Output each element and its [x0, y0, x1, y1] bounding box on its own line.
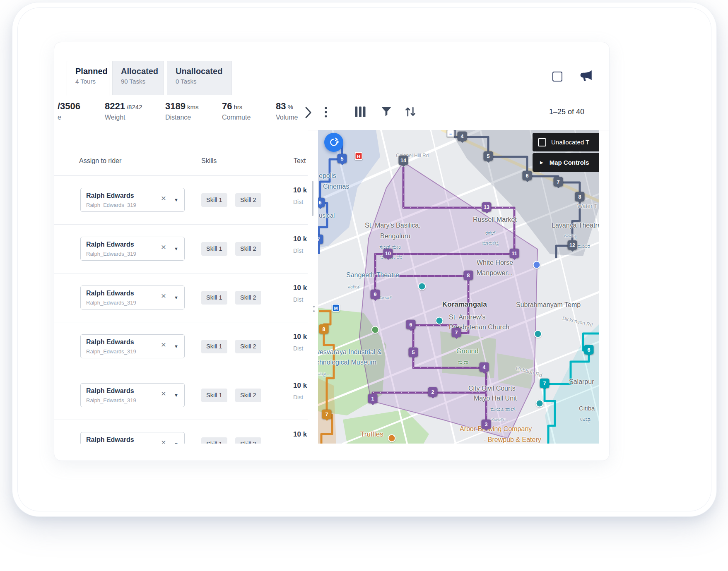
map-poi [388, 434, 396, 442]
map-place-label: ಸಿಟಿಬ್ಯಾ [580, 416, 591, 422]
clear-rider-icon[interactable]: × [161, 242, 166, 251]
skill-chip: Skill 2 [235, 193, 261, 207]
map-marker-purple-8[interactable]: 8 [464, 271, 473, 280]
map-marker-purple-5[interactable]: 5 [409, 348, 418, 357]
unallocated-tasks-label: Unallocated T [551, 139, 589, 146]
stat-label: e [58, 114, 80, 121]
map[interactable]: Colonel Hill RdAM RoadepolisCinemasusica… [318, 130, 599, 444]
dropdown-caret-icon[interactable]: ▼ [174, 393, 178, 398]
rider-select[interactable]: Ralph EdwardsRalph_Edwards_319×▼ [80, 188, 185, 212]
map-marker-blue-6[interactable]: 6 [318, 198, 325, 207]
map-marker-slate-4[interactable]: 4 [458, 132, 467, 141]
dropdown-caret-icon[interactable]: ▼ [174, 246, 178, 251]
map-marker-slate-12[interactable]: 12 [568, 240, 577, 250]
map-marker-slate-7[interactable]: 7 [554, 177, 563, 187]
row-metric-value: 10 k [293, 284, 307, 292]
map-poi [534, 330, 542, 338]
dropdown-caret-icon[interactable]: ▼ [174, 344, 178, 349]
map-poi [536, 400, 544, 408]
map-marker-blue-7[interactable]: 7 [318, 235, 323, 244]
map-marker-purple-13[interactable]: 13 [482, 202, 492, 212]
skill-chip: Skill 1 [201, 437, 227, 444]
map-control-map-controls[interactable]: ▶ Map Controls [533, 153, 599, 172]
announcement-icon[interactable] [579, 68, 593, 82]
map-place-label: Salarpur [569, 378, 594, 386]
columns-icon[interactable] [354, 106, 366, 118]
dropdown-caret-icon[interactable]: ▼ [174, 441, 178, 444]
rider-select[interactable]: Ralph EdwardsRalph_Edwards_319×▼ [80, 286, 185, 309]
map-control-unallocated-tasks[interactable]: Unallocated T [533, 133, 599, 151]
map-marker-purple-6[interactable]: 6 [406, 320, 416, 329]
skill-chip: Skill 2 [235, 389, 261, 402]
skill-chip: Skill 1 [201, 389, 227, 402]
row-metric-label: Dist [293, 345, 307, 352]
tab-planned[interactable]: Planned4 Tours [67, 61, 109, 96]
map-marker-slate-6[interactable]: 6 [523, 171, 532, 180]
replan-button[interactable] [324, 133, 343, 152]
rider-select[interactable]: Ralph EdwardsRalph_Edwards_319×▼ [80, 383, 185, 407]
stats-expand-chevron-icon[interactable] [303, 104, 313, 121]
map-marker-purple-11[interactable]: 11 [510, 249, 519, 258]
map-place-label: ಕೋರ್ಟ್... [491, 417, 510, 422]
clear-rider-icon[interactable]: × [161, 194, 166, 202]
table-rows: Ralph EdwardsRalph_Edwards_319×▼Skill 1S… [54, 176, 308, 444]
stat-number: 83 [276, 101, 286, 111]
sort-icon[interactable] [404, 106, 417, 118]
tab-title: Planned [75, 67, 109, 76]
map-place-label: Ground [456, 348, 478, 355]
stat-label: Volume [276, 114, 298, 121]
map-marker-purple-10[interactable]: 10 [383, 249, 393, 258]
map-marker-purple-9[interactable]: 9 [371, 290, 380, 299]
row-metric-value: 10 k [293, 381, 307, 390]
map-place-label: White Horse [477, 259, 513, 266]
map-marker-purple-1[interactable]: 1 [368, 394, 378, 403]
stat-distance: 3189kmsDistance [165, 101, 198, 121]
row-metric: 10 kDist [293, 333, 307, 352]
map-marker-orange-7[interactable]: 7 [322, 410, 332, 419]
dropdown-caret-icon[interactable]: ▼ [174, 197, 178, 202]
rider-select[interactable]: Ralph EdwardsRalph_Edwards_319×▼ [80, 432, 185, 444]
dropdown-caret-icon[interactable]: ▼ [174, 295, 178, 300]
clear-rider-icon[interactable]: × [161, 291, 166, 300]
stat-label: Distance [165, 114, 198, 121]
row-metric-label: Dist [293, 443, 307, 444]
row-metric: 10 kDist [293, 186, 307, 205]
map-place-label: ಮಂದಿರ [577, 243, 590, 249]
map-marker-purple-3[interactable]: 3 [482, 420, 491, 429]
unallocated-tasks-checkbox[interactable] [538, 138, 546, 146]
rider-select[interactable]: Ralph EdwardsRalph_Edwards_319×▼ [80, 237, 185, 261]
tab-allocated[interactable]: Allocated90 Tasks [112, 61, 164, 95]
more-options-icon[interactable] [323, 106, 329, 119]
clear-rider-icon[interactable]: × [161, 438, 166, 444]
select-all-checkbox[interactable] [552, 72, 562, 82]
clear-rider-icon[interactable]: × [161, 340, 166, 349]
map-marker-slate-14[interactable]: 14 [399, 156, 408, 165]
skill-chip: Skill 1 [201, 340, 227, 353]
map-marker-purple-7[interactable]: 7 [452, 328, 461, 337]
rider-name: Ralph Edwards [86, 387, 134, 395]
map-marker-orange-8[interactable]: 8 [319, 324, 329, 334]
map-place-label: Manpower... [477, 269, 513, 277]
rider-select[interactable]: Ralph EdwardsRalph_Edwards_319×▼ [80, 334, 185, 358]
map-marker-slate-8[interactable]: 8 [575, 192, 585, 202]
map-marker-blue-5[interactable]: 5 [337, 154, 347, 163]
tab-unallocated[interactable]: Unallocated0 Tasks [167, 61, 232, 95]
clear-rider-icon[interactable]: × [161, 389, 166, 398]
map-poi [418, 283, 426, 290]
table-scrollbar[interactable] [312, 181, 313, 216]
rider-id: Ralph_Edwards_319 [86, 251, 136, 257]
rider-id: Ralph_Edwards_319 [86, 202, 136, 208]
table-row: Ralph EdwardsRalph_Edwards_319×▼Skill 1S… [54, 420, 308, 444]
map-marker-purple-4[interactable]: 4 [480, 362, 489, 372]
map-marker-teal-7[interactable]: 7 [540, 379, 550, 388]
panel-resize-handle[interactable] [313, 306, 316, 315]
map-marker-slate-5[interactable]: 5 [484, 151, 493, 161]
map-controls-label: Map Controls [550, 159, 589, 166]
page: Planned4 ToursAllocated90 TasksUnallocat… [0, 0, 728, 571]
map-place-label: Citiba [579, 405, 595, 412]
map-marker-teal-6[interactable]: 6 [584, 345, 594, 355]
map-place-label: St. Andrew's [449, 314, 485, 321]
map-marker-purple-2[interactable]: 2 [428, 387, 438, 397]
filter-icon[interactable] [381, 106, 393, 118]
toolbar-divider [343, 100, 343, 124]
